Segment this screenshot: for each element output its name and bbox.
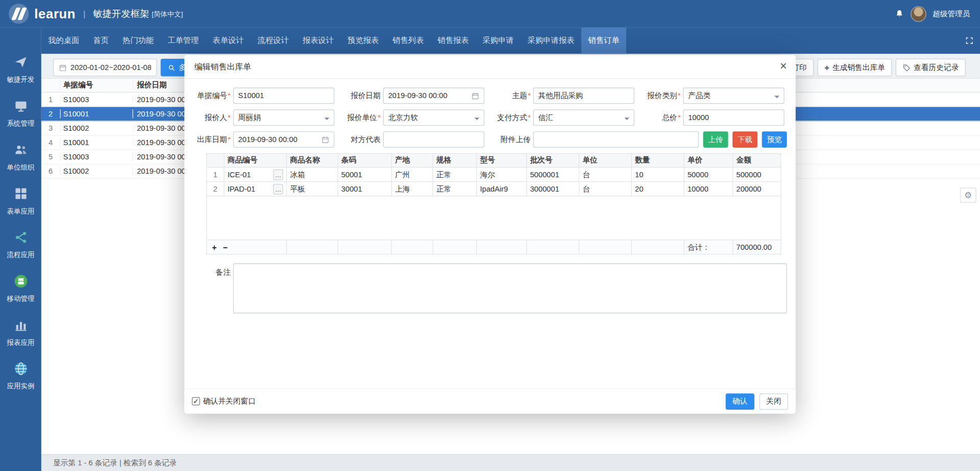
- dialog-title: 编辑销售出库单: [194, 61, 251, 72]
- preview-button[interactable]: 预览: [762, 131, 787, 148]
- edit-outbound-order-dialog: 编辑销售出库单 × 单据编号* 报价日期 主题*: [184, 55, 796, 414]
- download-button[interactable]: 下载: [732, 131, 757, 148]
- quoter-label: 报价人: [205, 113, 227, 122]
- remove-row-button[interactable]: −: [221, 242, 230, 251]
- subject-input[interactable]: [538, 91, 629, 100]
- sidebar-item-agile-dev[interactable]: 敏捷开发: [0, 55, 41, 99]
- app-header: learun | 敏捷开发框架 [简体中文] 超级管理员: [0, 0, 980, 28]
- required-mark: *: [378, 113, 381, 122]
- header-divider: |: [83, 9, 85, 19]
- close-button[interactable]: 关闭: [760, 393, 788, 410]
- fullscreen-icon[interactable]: [965, 28, 974, 54]
- quote-date-input[interactable]: [388, 91, 469, 100]
- add-row-button[interactable]: +: [210, 242, 218, 251]
- calendar-icon: [59, 63, 67, 72]
- sidebar-item-org[interactable]: 单位组织: [0, 143, 41, 186]
- quote-date-picker[interactable]: [383, 87, 484, 104]
- grid-header-unit-price: 单价: [684, 154, 733, 168]
- tab-flow-design[interactable]: 流程设计: [251, 28, 296, 54]
- upload-button[interactable]: 上传: [703, 131, 728, 148]
- close-icon[interactable]: ×: [780, 60, 787, 73]
- tab-hot-functions[interactable]: 热门功能: [116, 28, 161, 54]
- required-mark: *: [228, 135, 231, 144]
- confirm-button[interactable]: 确认: [726, 393, 754, 410]
- search-icon: [167, 63, 176, 72]
- grid-header-product-name: 商品名称: [286, 154, 337, 168]
- tab-report-design[interactable]: 报表设计: [296, 28, 340, 54]
- required-mark: *: [528, 113, 531, 122]
- grid-header-batch-no: 批次号: [527, 154, 579, 168]
- required-mark: *: [678, 113, 681, 122]
- workflow-icon: [13, 230, 28, 247]
- sidebar-item-report-app[interactable]: 报表应用: [0, 318, 41, 362]
- app-language: [简体中文]: [152, 9, 183, 18]
- date-range-input[interactable]: [70, 63, 151, 72]
- bill-no-input[interactable]: [238, 91, 330, 100]
- out-date-picker[interactable]: [233, 131, 334, 148]
- product-lookup-button[interactable]: …: [273, 183, 283, 194]
- grid-header-amount: 金额: [733, 154, 781, 168]
- form-grid-icon: [13, 186, 28, 203]
- required-mark: *: [228, 113, 231, 122]
- column-header-code: 单据编号: [60, 80, 133, 91]
- grid-header-model: 型号: [477, 154, 527, 168]
- quoter-select[interactable]: 周丽娟: [233, 109, 334, 126]
- grid-header-product-code: 商品编号: [224, 154, 286, 168]
- sidebar-item-form-app[interactable]: 表单应用: [0, 186, 41, 230]
- confirm-and-close-checkbox[interactable]: ✓: [192, 397, 200, 406]
- grid-header-seq: [207, 154, 224, 168]
- tab-purchase-request[interactable]: 采购申请: [476, 28, 521, 54]
- notification-bell-icon[interactable]: [894, 9, 904, 19]
- counterpart-label: 对方代表: [351, 135, 381, 144]
- sidebar-item-workflow-app[interactable]: 流程应用: [0, 230, 41, 274]
- required-mark: *: [528, 91, 531, 100]
- out-date-input[interactable]: [238, 135, 319, 144]
- tab-my-desktop[interactable]: 我的桌面: [41, 28, 86, 54]
- learun-logo-icon: [9, 4, 29, 23]
- total-price-label: 总价: [662, 113, 677, 122]
- grid-header-qty: 数量: [631, 154, 684, 168]
- pay-method-select[interactable]: 信汇: [533, 109, 634, 126]
- quote-date-label: 报价日期: [351, 91, 381, 100]
- user-name[interactable]: 超级管理员: [933, 9, 970, 19]
- settings-gear-button[interactable]: ⚙: [960, 187, 976, 202]
- quote-unit-select[interactable]: 北京力软: [383, 109, 484, 126]
- grid-header-spec: 规格: [433, 154, 477, 168]
- quote-type-select[interactable]: 产品类: [683, 87, 784, 104]
- product-lookup-button[interactable]: …: [273, 169, 283, 180]
- generate-outbound-button[interactable]: + 生成销售出库单: [817, 59, 892, 76]
- sidebar-item-mobile-mgmt[interactable]: 移动管理: [0, 274, 41, 318]
- sidebar-item-system-mgmt[interactable]: 系统管理: [0, 99, 41, 143]
- grid-header-origin: 产地: [391, 154, 433, 168]
- grid-item-row[interactable]: 2 IPAD-01… 平板 30001 上海 正常 IpadAir9 30000…: [207, 182, 781, 196]
- grid-header-unit: 单位: [579, 154, 631, 168]
- pagination-status-bar: 显示第 1 - 6 条记录 | 检索到 6 条记录: [41, 454, 980, 471]
- dialog-header: 编辑销售出库单: [184, 55, 796, 79]
- tab-report-preview[interactable]: 预览报表: [340, 28, 385, 54]
- tab-sales-report[interactable]: 销售报表: [431, 28, 476, 54]
- android-icon: [13, 274, 28, 291]
- tab-sales-list[interactable]: 销售列表: [386, 28, 431, 54]
- chevron-down-icon: [624, 117, 629, 123]
- tab-sales-order[interactable]: 销售订单: [581, 28, 626, 54]
- view-history-button[interactable]: 查看历史记录: [896, 59, 966, 76]
- total-value: 700000.00: [733, 240, 781, 254]
- date-range-picker[interactable]: [53, 59, 157, 76]
- counterpart-input[interactable]: [388, 135, 479, 144]
- record-count-text: 显示第 1 - 6 条记录 | 检索到 6 条记录: [53, 458, 177, 468]
- user-avatar[interactable]: [911, 6, 926, 22]
- calendar-icon: [321, 135, 329, 144]
- grid-item-row[interactable]: 1 ICE-01… 冰箱 50001 广州 正常 海尔 5000001 台 10…: [207, 168, 781, 182]
- remark-textarea[interactable]: [233, 264, 787, 314]
- tab-home[interactable]: 首页: [86, 28, 116, 54]
- bill-no-label: 单据编号: [197, 91, 227, 100]
- paper-plane-icon: [13, 55, 28, 72]
- total-price-input[interactable]: [688, 113, 779, 122]
- attachment-input[interactable]: [538, 135, 694, 144]
- tab-purchase-request-report[interactable]: 采购申请报表: [521, 28, 581, 54]
- sidebar-item-app-demo[interactable]: 应用实例: [0, 362, 41, 406]
- attachment-label: 附件上传: [501, 135, 531, 144]
- tab-form-design[interactable]: 表单设计: [206, 28, 251, 54]
- grid-header-barcode: 条码: [338, 154, 391, 168]
- tab-work-order[interactable]: 工单管理: [161, 28, 206, 54]
